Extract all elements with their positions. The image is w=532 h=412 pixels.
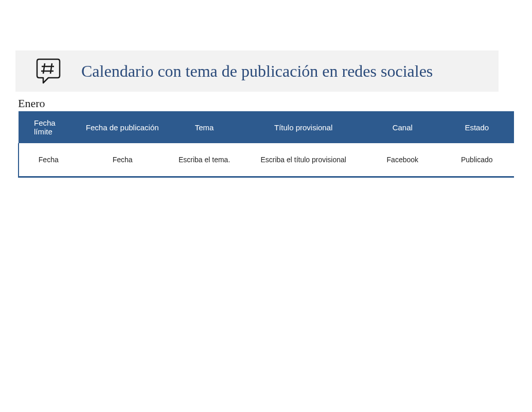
header-banner: Calendario con tema de publicación en re… (15, 50, 499, 92)
table-header: Fecha límite Fecha de publicación Tema T… (19, 111, 514, 143)
col-header-deadline: Fecha límite (19, 111, 78, 143)
cell-channel[interactable]: Facebook (365, 143, 439, 176)
col-header-pubdate: Fecha de publicación (78, 111, 167, 143)
table-body: Fecha Fecha Escriba el tema. Escriba el … (19, 143, 514, 176)
calendar-table: Fecha límite Fecha de publicación Tema T… (18, 111, 514, 176)
calendar-table-wrapper: Fecha límite Fecha de publicación Tema T… (18, 111, 514, 178)
cell-deadline[interactable]: Fecha (19, 143, 78, 176)
document-root: Calendario con tema de publicación en re… (0, 0, 532, 178)
cell-topic[interactable]: Escriba el tema. (167, 143, 241, 176)
svg-line-1 (50, 63, 52, 74)
cell-title[interactable]: Escriba el título provisional (241, 143, 365, 176)
col-header-title: Título provisional (241, 111, 365, 143)
month-label: Enero (18, 97, 532, 110)
col-header-topic: Tema (167, 111, 241, 143)
col-header-status: Estado (440, 111, 514, 143)
cell-pubdate[interactable]: Fecha (78, 143, 167, 176)
table-row[interactable]: Fecha Fecha Escriba el tema. Escriba el … (19, 143, 514, 176)
col-header-channel: Canal (365, 111, 439, 143)
cell-status[interactable]: Publicado (440, 143, 514, 176)
svg-line-0 (43, 63, 45, 74)
hashtag-speech-icon (36, 57, 61, 85)
page-title: Calendario con tema de publicación en re… (81, 62, 433, 81)
